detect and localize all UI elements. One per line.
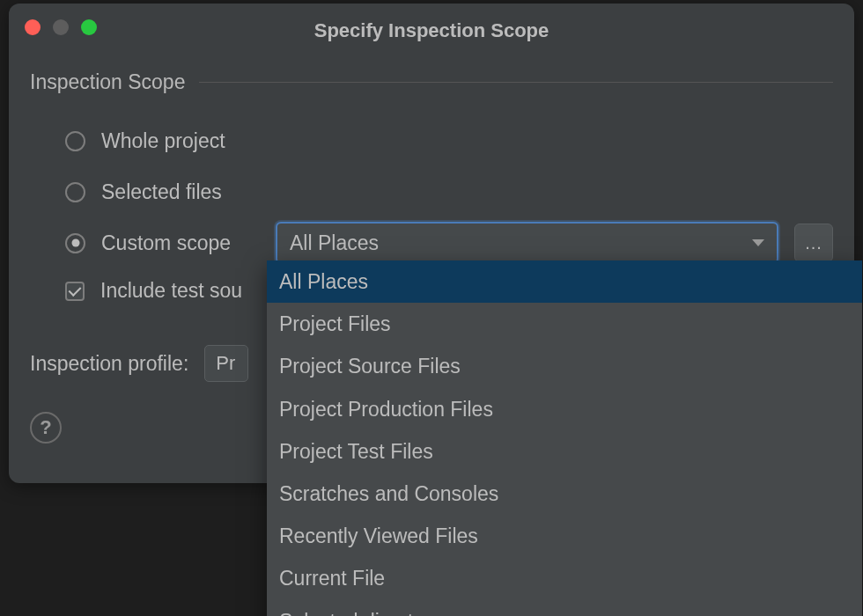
ellipsis-icon: ... [805,233,822,253]
menu-item-recently-viewed-files[interactable]: Recently Viewed Files [267,515,862,557]
checkbox-label: Include test sou [100,279,242,303]
maximize-window-button[interactable] [81,19,97,35]
divider [199,82,833,83]
scope-dropdown-menu: All Places Project Files Project Source … [267,260,862,616]
scope-dropdown[interactable]: All Places [276,222,778,264]
section-label: Inspection Scope [30,70,185,94]
checkbox-icon[interactable] [65,282,85,301]
titlebar: Specify Inspection Scope [9,4,854,55]
dropdown-selected-text: All Places [290,231,752,255]
menu-item-project-files[interactable]: Project Files [267,303,862,345]
help-button[interactable]: ? [30,412,62,444]
dialog-title: Specify Inspection Scope [23,14,840,48]
menu-item-project-test-files[interactable]: Project Test Files [267,430,862,473]
radio-label: Custom scope [101,231,260,255]
radio-label: Selected files [101,180,222,204]
menu-item-project-production-files[interactable]: Project Production Files [267,388,862,430]
radio-label: Whole project [101,129,225,153]
help-icon: ? [40,416,51,439]
menu-item-scratches-and-consoles[interactable]: Scratches and Consoles [267,473,862,515]
radio-whole-project[interactable]: Whole project [30,115,833,166]
menu-item-current-file[interactable]: Current File [267,557,862,599]
radio-selected-files[interactable]: Selected files [30,166,833,217]
traffic-lights [25,19,97,35]
radio-icon[interactable] [65,182,85,202]
profile-label: Inspection profile: [30,352,188,376]
radio-custom-scope[interactable] [65,233,85,253]
section-header: Inspection Scope [30,70,833,94]
minimize-window-button[interactable] [53,19,69,35]
chevron-down-icon [752,239,764,246]
scope-settings-button[interactable]: ... [794,224,833,262]
menu-item-selected-directory[interactable]: Selected directory [267,600,862,617]
radio-icon[interactable] [65,131,85,151]
profile-dropdown[interactable]: Pr [204,345,248,382]
menu-item-project-source-files[interactable]: Project Source Files [267,345,862,387]
profile-value: Pr [216,352,235,375]
close-window-button[interactable] [25,19,41,35]
menu-item-all-places[interactable]: All Places [267,260,862,303]
